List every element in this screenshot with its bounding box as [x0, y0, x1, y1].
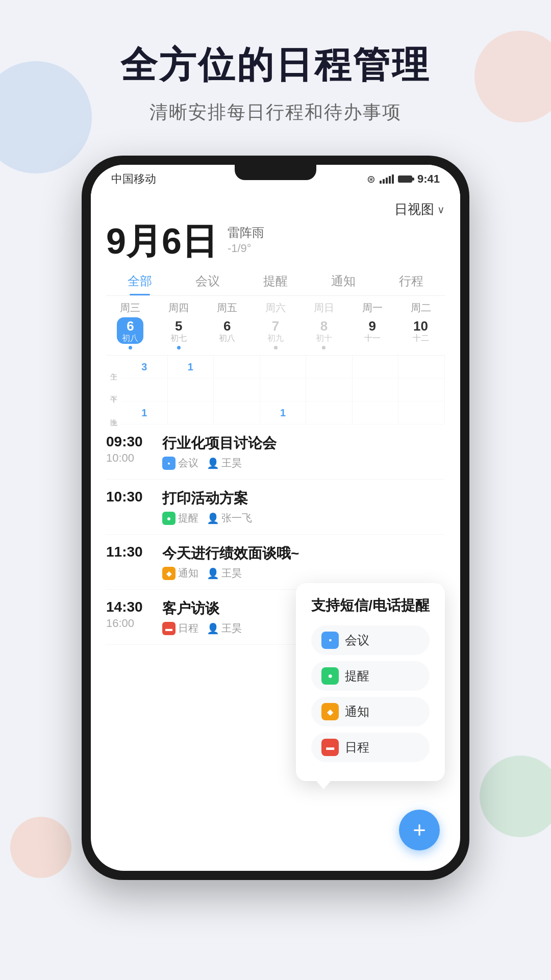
tooltip-arrow: [316, 781, 331, 789]
grid-col-2: 1: [168, 356, 214, 424]
chevron-down-icon: ∨: [437, 204, 445, 216]
grid-col-5: [306, 356, 353, 424]
event-item-3[interactable]: 11:30 今天进行绩效面谈哦~ ◆ 通知 👤 王昊: [106, 535, 445, 590]
grid-cell: [168, 401, 214, 424]
event-person-3: 👤 王昊: [207, 566, 242, 580]
grid-cell: [398, 356, 444, 379]
tab-meeting[interactable]: 会议: [174, 267, 242, 295]
app-header-section: 日视图 ∨ 9月6日 雷阵雨 -1/9° 全部 会议 提醒: [91, 193, 460, 424]
status-carrier: 中国移动: [111, 171, 156, 187]
grid-col-6: [353, 356, 399, 424]
status-icons: ⊛: [367, 173, 412, 185]
event-details-2: 打印活动方案 ● 提醒 👤 张一飞: [162, 489, 445, 525]
grid-cell: [398, 379, 444, 401]
tooltip-popup: 支持短信/电话提醒 ▪ 会议 ● 提醒 ◆ 通知 ▬ 日程: [296, 583, 445, 781]
tooltip-btn-notification[interactable]: ◆ 通知: [311, 697, 430, 726]
grid-col-1: 3 1: [121, 356, 168, 424]
view-selector[interactable]: 日视图 ∨: [394, 200, 445, 218]
grid-cell: 1: [168, 356, 214, 379]
tooltip-title: 支持短信/电话提醒: [311, 596, 430, 615]
date-display: 9月6日: [106, 223, 217, 259]
event-time-3: 11:30: [106, 544, 162, 560]
grid-col-4: 1: [260, 356, 307, 424]
phone-screen: 中国移动 ⊛ 9:41: [91, 165, 460, 871]
weather-info: 雷阵雨 -1/9°: [228, 224, 264, 259]
event-time-1: 09:30 10:00: [106, 434, 162, 465]
tooltip-meeting-label: 会议: [345, 632, 369, 648]
week-day-tue[interactable]: 周二 10 十二: [396, 301, 445, 350]
time-label-eve: 晚上: [106, 401, 121, 424]
grid-cell: [260, 356, 306, 379]
grid-cell: 1: [121, 401, 167, 424]
grid-cell: [214, 401, 260, 424]
event-tag-reminder: ● 提醒: [162, 511, 198, 525]
hero-subtitle: 清晰安排每日行程和待办事项: [0, 100, 551, 125]
tooltip-notification-label: 通知: [345, 703, 369, 720]
hero-section: 全方位的日程管理 清晰安排每日行程和待办事项: [0, 0, 551, 145]
week-day-wed[interactable]: 周三 6 初八: [106, 301, 155, 350]
tooltip-schedule-icon: ▬: [321, 739, 339, 756]
event-person-2: 👤 张一飞: [207, 511, 252, 525]
grid-cell: [260, 379, 306, 401]
grid-cell: [121, 379, 167, 401]
grid-cell: [214, 379, 260, 401]
hero-title: 全方位的日程管理: [0, 41, 551, 90]
tab-reminder[interactable]: 提醒: [242, 267, 310, 295]
grid-col-3: [214, 356, 260, 424]
weather-type: 雷阵雨: [228, 224, 264, 241]
event-person-1: 👤 王昊: [207, 456, 242, 470]
tooltip-meeting-icon: ▪: [321, 632, 339, 649]
wifi-icon: ⊛: [367, 173, 375, 185]
signal-icon: [380, 174, 394, 184]
weather-temp: -1/9°: [228, 242, 264, 255]
time-label-pm: 下午: [106, 379, 121, 401]
event-person-4: 👤 王昊: [207, 621, 242, 635]
event-details-1: 行业化项目讨论会 ▪ 会议 👤 王昊: [162, 434, 445, 470]
tab-schedule[interactable]: 行程: [377, 267, 445, 295]
event-time-4: 14:30 16:00: [106, 599, 162, 630]
week-day-thu[interactable]: 周四 5 初七: [155, 301, 203, 350]
phone-frame: 中国移动 ⊛ 9:41: [82, 156, 469, 880]
week-day-fri[interactable]: 周五 6 初八: [203, 301, 252, 350]
phone-container: 中国移动 ⊛ 9:41: [0, 156, 551, 880]
schedule-grid: 上午 下午 晚上 3 1 1: [106, 355, 445, 424]
tooltip-schedule-label: 日程: [345, 739, 369, 756]
category-tabs: 全部 会议 提醒 通知 行程: [106, 267, 445, 296]
event-details-3: 今天进行绩效面谈哦~ ◆ 通知 👤 王昊: [162, 544, 445, 580]
tooltip-notification-icon: ◆: [321, 703, 339, 720]
tab-notification[interactable]: 通知: [309, 267, 377, 295]
battery-icon: [398, 175, 412, 183]
grid-col-7: [398, 356, 445, 424]
grid-cell: [353, 356, 398, 379]
date-weather: 9月6日 雷阵雨 -1/9°: [106, 221, 445, 267]
grid-cell: [214, 356, 260, 379]
event-item-2[interactable]: 10:30 打印活动方案 ● 提醒 👤 张一飞: [106, 480, 445, 535]
week-day-sun[interactable]: 周日 8 初十: [299, 301, 348, 350]
status-time: 9:41: [417, 172, 440, 186]
time-labels: 上午 下午 晚上: [106, 356, 121, 424]
grid-body: 3 1 1: [121, 356, 445, 424]
event-item-1[interactable]: 09:30 10:00 行业化项目讨论会 ▪ 会议 👤 王昊: [106, 424, 445, 480]
grid-cell: [168, 379, 214, 401]
event-tag-schedule: ▬ 日程: [162, 621, 198, 635]
tooltip-btn-reminder[interactable]: ● 提醒: [311, 661, 430, 691]
event-time-2: 10:30: [106, 489, 162, 505]
grid-cell: [306, 379, 352, 401]
week-day-mon[interactable]: 周一 9 十一: [348, 301, 396, 350]
fab-button[interactable]: +: [399, 810, 440, 850]
tooltip-reminder-label: 提醒: [345, 668, 369, 684]
status-right: ⊛ 9:41: [367, 172, 440, 186]
event-tag-notification: ◆ 通知: [162, 566, 198, 580]
app-header: 日视图 ∨: [106, 193, 445, 221]
grid-cell: [306, 356, 352, 379]
grid-cell: [353, 379, 398, 401]
tooltip-btn-schedule[interactable]: ▬ 日程: [311, 733, 430, 762]
time-label-am: 上午: [106, 356, 121, 379]
tooltip-reminder-icon: ●: [321, 667, 339, 685]
tab-all[interactable]: 全部: [106, 267, 174, 295]
week-calendar: 周三 6 初八 周四 5 初七: [106, 296, 445, 353]
grid-cell: 1: [260, 401, 306, 424]
week-day-sat[interactable]: 周六 7 初九: [252, 301, 300, 350]
grid-cell: [306, 401, 352, 424]
tooltip-btn-meeting[interactable]: ▪ 会议: [311, 625, 430, 655]
